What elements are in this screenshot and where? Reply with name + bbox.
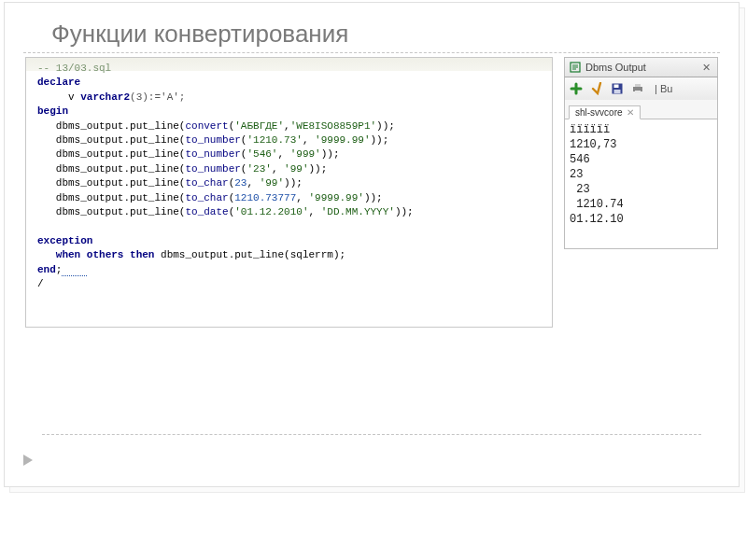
out-l0: ïïïïïï [570, 123, 610, 136]
output-tab[interactable]: shl-svvcore ✕ [569, 105, 641, 119]
code-comment: -- 13/03.sql [37, 63, 111, 74]
l3c: , [277, 148, 289, 160]
l4a: dbms_output.put_line( [56, 163, 186, 175]
kw-end: end [37, 264, 56, 275]
l3s2: '999' [290, 148, 321, 160]
l5n1: 23 [234, 177, 247, 189]
l3d: )); [321, 148, 340, 160]
l7s2: 'DD.MM.YYYY' [321, 206, 395, 217]
add-icon[interactable] [569, 81, 584, 96]
out-l2: 546 [570, 153, 590, 166]
l2c: , [303, 134, 315, 146]
l7c: , [308, 206, 320, 217]
output-header: Dbms Output ✕ [564, 57, 718, 77]
toolbar-overflow: | Bu [655, 83, 672, 94]
l2s1: '1210.73' [247, 134, 302, 146]
kw-declare: declare [37, 77, 80, 88]
output-title-icon [569, 61, 582, 74]
l6d: )); [364, 192, 383, 203]
kw-then: then [130, 249, 154, 260]
l5a: dbms_output.put_line( [56, 177, 186, 189]
var-type: varchar2 [80, 91, 130, 103]
output-body[interactable]: ïïïïïï 1210,73 546 23 23 1210.74 01.12.1… [564, 119, 718, 249]
print-icon[interactable] [630, 81, 645, 96]
svg-rect-3 [614, 90, 621, 93]
l6n1: 1210.73777 [234, 192, 296, 203]
l4s1: '23' [247, 163, 271, 175]
l5fn: to_char [185, 177, 228, 189]
out-l4: 23 [570, 183, 590, 196]
tab-close-icon[interactable]: ✕ [627, 107, 634, 118]
l7a: dbms_output.put_line( [56, 206, 186, 217]
svg-rect-2 [614, 85, 619, 89]
clear-icon[interactable] [589, 81, 604, 96]
var-rest: (3):='A'; [130, 91, 185, 103]
l7d: )); [395, 206, 414, 217]
kw-begin: begin [37, 105, 68, 117]
l6fn: to_char [185, 192, 228, 203]
out-l5: 1210.74 [570, 198, 624, 211]
l2d: )); [371, 134, 389, 146]
save-icon[interactable] [610, 81, 625, 96]
l3fn: to_number [185, 148, 240, 160]
output-toolbar: | Bu [564, 77, 718, 100]
l1fn: convert [185, 120, 228, 132]
l1a: dbms_output.put_line( [56, 120, 186, 132]
content-row: -- 13/03.sql declare v varchar2(3):='A';… [5, 57, 739, 328]
l4fn: to_number [185, 163, 240, 175]
l6c: , [296, 192, 308, 203]
l1c: , [284, 120, 290, 132]
output-tabbar: shl-svvcore ✕ [564, 100, 718, 119]
l4s2: '99' [284, 163, 308, 175]
l7fn: to_date [185, 206, 228, 217]
l3a: dbms_output.put_line( [56, 148, 186, 160]
slash: / [37, 278, 44, 289]
output-pane: Dbms Output ✕ | Bu sh [564, 57, 718, 328]
kw-exception: exception [37, 235, 92, 246]
slide: Функции конвертирования -- 13/03.sql dec… [4, 2, 740, 487]
kw-others: others [87, 249, 124, 260]
slide-title: Функции конвертирования [23, 3, 720, 53]
l6s2: '9999.99' [308, 192, 363, 203]
out-l6: 01.12.10 [570, 213, 624, 226]
l4c: , [272, 163, 284, 175]
squiggle [62, 264, 86, 276]
svg-rect-5 [635, 84, 641, 87]
slide-arrow-icon [23, 455, 33, 466]
output-tab-label: shl-svvcore [575, 107, 623, 118]
l2fn: to_number [185, 134, 240, 146]
handler: dbms_output.put_line(sqlerrm); [154, 249, 345, 260]
l5s2: '99' [260, 177, 284, 189]
l2s2: '9999.99' [315, 134, 370, 146]
kw-when: when [56, 249, 80, 260]
l1s2: 'WE8ISO8859P1' [290, 120, 376, 132]
l1d: )); [376, 120, 395, 132]
var-name: v [68, 91, 80, 103]
l5c: , [247, 177, 259, 189]
l6a: dbms_output.put_line( [56, 192, 186, 203]
svg-rect-6 [635, 91, 641, 93]
l1s1: 'АБВГДЕ' [234, 120, 284, 132]
code-block[interactable]: -- 13/03.sql declare v varchar2(3):='A';… [26, 58, 552, 296]
out-l3: 23 [570, 168, 583, 181]
l7s1: '01.12.2010' [234, 206, 308, 217]
output-header-title: Dbms Output [585, 62, 646, 73]
l3s1: '546' [247, 148, 277, 160]
code-pane: -- 13/03.sql declare v varchar2(3):='A';… [25, 57, 553, 328]
out-l1: 1210,73 [570, 138, 616, 151]
l4d: )); [308, 163, 327, 175]
l5d: )); [284, 177, 303, 189]
divider [42, 434, 701, 435]
l2a: dbms_output.put_line( [56, 134, 186, 146]
output-header-close[interactable]: ✕ [699, 62, 713, 74]
